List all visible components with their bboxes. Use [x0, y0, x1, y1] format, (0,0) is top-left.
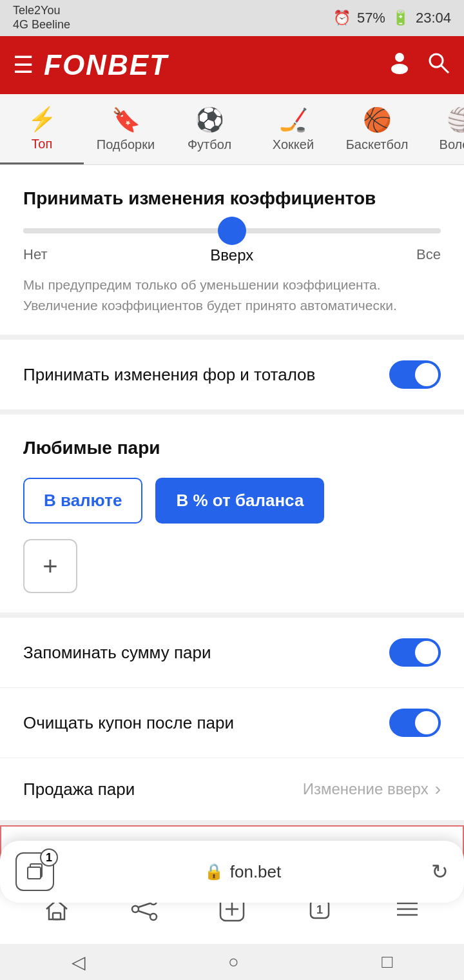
lock-icon: 🔒 — [204, 863, 224, 881]
hamburger-menu[interactable]: ☰ — [13, 52, 34, 79]
battery-text: 57% — [357, 10, 385, 26]
svg-point-0 — [395, 53, 404, 62]
slider-label-right: Все — [416, 246, 441, 264]
football-icon: ⚽ — [195, 106, 224, 133]
tab-football[interactable]: ⚽ Футбол — [168, 94, 251, 164]
user-settings-icon[interactable] — [387, 50, 412, 81]
battery-icon: 🔋 — [392, 10, 409, 26]
collections-icon: 🔖 — [111, 106, 140, 133]
carrier-info: Tele2You 4G Beeline — [13, 4, 70, 32]
plus-icon: + — [43, 552, 57, 581]
time-display: 23:04 — [416, 10, 451, 26]
settings-sheet: Принимать изменения коэффициентов Нет Вв… — [0, 165, 464, 877]
remember-label: Запоминать сумму пари — [23, 643, 211, 663]
coefficient-section: Принимать изменения коэффициентов Нет Вв… — [0, 165, 464, 340]
svg-point-7 — [150, 914, 157, 920]
svg-rect-5 — [53, 913, 61, 919]
svg-rect-4 — [28, 867, 41, 879]
foras-toggle-row: Принимать изменения фор и тоталов — [0, 340, 464, 415]
slider-fill — [23, 228, 232, 233]
slider-label-center: Вверх — [210, 246, 253, 264]
clear-toggle[interactable] — [389, 709, 441, 737]
slider-labels: Нет Вверх Все — [23, 246, 441, 264]
svg-line-10 — [139, 911, 150, 915]
hockey-icon: 🏒 — [279, 106, 308, 133]
coefficient-title: Принимать изменения коэффициентов — [23, 188, 441, 209]
url-bar[interactable]: 🔒 fon.bet — [204, 862, 282, 882]
tab-volleyball[interactable]: 🏐 Воле… — [419, 94, 464, 164]
remember-toggle[interactable] — [389, 638, 441, 667]
percent-button[interactable]: В % от баланса — [155, 478, 324, 524]
tab-top-label: Топ — [32, 137, 53, 152]
reload-button[interactable]: ↻ — [431, 859, 449, 884]
tab-hockey-label: Хоккей — [273, 137, 314, 152]
pairs-title: Любимые пари — [23, 438, 441, 458]
svg-line-9 — [139, 903, 150, 907]
app-logo: FONBET — [44, 49, 168, 81]
status-right: ⏰ 57% 🔋 23:04 — [333, 10, 451, 26]
currency-button[interactable]: В валюте — [23, 478, 142, 524]
coefficient-slider-container — [23, 228, 441, 233]
tab-football-label: Футбол — [188, 137, 231, 152]
search-icon[interactable] — [425, 50, 451, 81]
chevron-icon: › — [435, 779, 441, 799]
coefficient-note: Мы предупредим только об уменьшении коэф… — [23, 275, 441, 315]
sale-row[interactable]: Продажа пари Изменение вверх › — [0, 758, 464, 825]
nav-tabs: ⚡ Топ 🔖 Подборки ⚽ Футбол 🏒 Хоккей 🏀 Бас… — [0, 94, 464, 165]
tab-collections[interactable]: 🔖 Подборки — [84, 94, 168, 164]
tab-top[interactable]: ⚡ Топ — [0, 94, 84, 164]
tab-badge[interactable]: 1 — [15, 852, 54, 891]
pairs-buttons: В валюте В % от баланса — [23, 478, 441, 524]
add-pair-button[interactable]: + — [23, 539, 77, 593]
slider-track — [23, 228, 441, 233]
tab-hockey[interactable]: 🏒 Хоккей — [251, 94, 335, 164]
clear-row: Очищать купон после пари — [0, 688, 464, 758]
tab-count: 1 — [40, 848, 58, 867]
slider-thumb[interactable] — [218, 217, 246, 245]
sale-label: Продажа пари — [23, 779, 135, 799]
svg-text:1: 1 — [316, 903, 323, 916]
tab-volleyball-label: Воле… — [440, 137, 464, 152]
top-icon: ⚡ — [28, 106, 57, 133]
android-back[interactable]: ◁ — [72, 952, 86, 973]
foras-label: Принимать изменения фор и тоталов — [23, 365, 315, 385]
tab-basketball-label: Баскетбол — [346, 137, 409, 152]
android-nav: ◁ ○ □ — [0, 944, 464, 980]
remember-row: Запоминать сумму пари — [0, 618, 464, 688]
basketball-icon: 🏀 — [363, 106, 392, 133]
slider-label-left: Нет — [23, 246, 47, 264]
alarm-icon: ⏰ — [333, 10, 351, 26]
svg-line-3 — [441, 65, 449, 73]
svg-point-1 — [391, 64, 408, 74]
svg-point-8 — [132, 906, 139, 912]
tab-basketball[interactable]: 🏀 Баскетбол — [335, 94, 419, 164]
android-home[interactable]: ○ — [228, 952, 239, 972]
volleyball-icon: 🏐 — [447, 106, 465, 133]
app-header: ☰ FONBET — [0, 36, 464, 94]
android-recent[interactable]: □ — [382, 952, 392, 972]
clear-label: Очищать купон после пари — [23, 713, 234, 733]
pairs-section: Любимые пари В валюте В % от баланса + — [0, 415, 464, 618]
sale-value: Изменение вверх — [303, 780, 429, 798]
browser-bar: 1 🔒 fon.bet ↻ — [0, 841, 464, 903]
url-text: fon.bet — [230, 862, 282, 882]
tab-collections-label: Подборки — [97, 137, 155, 152]
status-bar: Tele2You 4G Beeline ⏰ 57% 🔋 23:04 — [0, 0, 464, 36]
foras-toggle[interactable] — [389, 360, 441, 389]
